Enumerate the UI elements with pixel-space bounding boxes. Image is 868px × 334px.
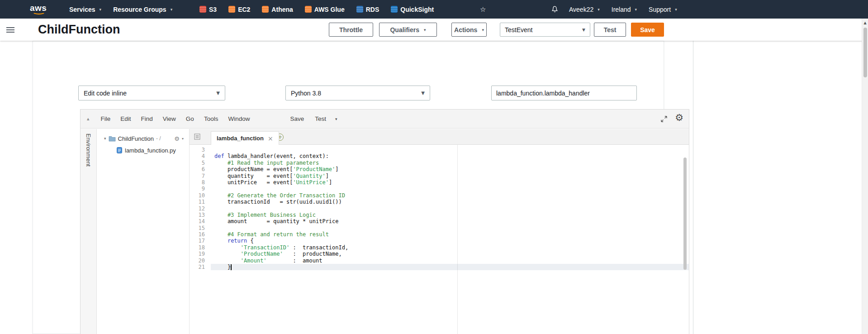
editor-test-button[interactable]: Test (309, 110, 332, 129)
code-token: #3 Implement Business Logic (214, 212, 316, 218)
support-menu[interactable]: Support ▾ (643, 0, 683, 19)
code-line-13[interactable]: #3 Implement Business Logic (211, 212, 689, 218)
code-line-11[interactable]: transactionId = str(uuid.uuid1()) (211, 199, 689, 205)
chevron-down-icon: ▾ (675, 7, 677, 12)
code-token: #1 Read the input parameters (214, 160, 319, 166)
tree-folder-row[interactable]: ▾ ChildFunction - / ⚙ ▾ (97, 134, 189, 143)
aws-glue-icon (305, 6, 312, 13)
code-line-17[interactable]: return { (211, 238, 689, 244)
chevron-down-icon: ▾ (182, 137, 184, 141)
editor-menu-find[interactable]: Find (136, 110, 158, 129)
aws-logo-swoosh (33, 10, 45, 14)
line-number: 13 (190, 212, 211, 218)
pinned-quicksight[interactable]: QuickSight (385, 0, 440, 19)
pinned-rds[interactable]: RDS (351, 0, 385, 19)
editor-menu-tools[interactable]: Tools (199, 110, 223, 129)
tab-close-icon[interactable]: × (268, 135, 273, 142)
runtime-select[interactable]: Python 3.8 ▼ (285, 86, 430, 100)
code-line-21[interactable]: } (211, 264, 689, 270)
editor-menu-window[interactable]: Window (223, 110, 255, 129)
code-line-3[interactable] (211, 147, 689, 153)
nav-right: Aveek22 ▾ Ireland ▾ Support ▾ (546, 0, 683, 19)
code-area[interactable]: 3456789101112131415161718192021 def lamb… (190, 145, 689, 334)
code-line-5[interactable]: #1 Read the input parameters (211, 160, 689, 166)
handler-input[interactable] (491, 86, 637, 100)
pinned-ec2[interactable]: EC2 (223, 0, 256, 19)
aws-logo[interactable]: aws (30, 3, 50, 17)
tree-file-row[interactable]: lambda_function.py (97, 145, 189, 155)
code-line-16[interactable]: #4 Format and return the result (211, 231, 689, 238)
code-line-10[interactable]: #2 Generate the Order Transaction ID (211, 192, 689, 199)
account-menu[interactable]: Aveek22 ▾ (563, 0, 606, 19)
rds-icon (356, 6, 363, 13)
code-line-14[interactable]: amount = quantity * unitPrice (211, 218, 689, 224)
s3-icon (199, 6, 206, 13)
code-line-20[interactable]: 'Amount' : amount (211, 258, 689, 264)
code-lines[interactable]: def lambda_handler(event, context): #1 R… (211, 145, 689, 334)
code-line-19[interactable]: 'ProductName' : productName, (211, 251, 689, 257)
nav-menu-services[interactable]: Services▾ (63, 0, 107, 19)
editor-menu-edit[interactable]: Edit (115, 110, 136, 129)
line-number: 7 (190, 173, 211, 179)
fullscreen-expand-icon[interactable] (660, 115, 668, 124)
test-event-select[interactable]: TestEvent ▼ (500, 23, 590, 37)
editor-menu-file[interactable]: File (96, 110, 116, 129)
browser-scrollbar[interactable]: ▲ (862, 19, 868, 334)
code-token: #4 Format and return the result (214, 231, 329, 238)
code-line-6[interactable]: productName = event['ProductName'] (211, 166, 689, 172)
line-number: 19 (190, 251, 211, 257)
code-line-12[interactable] (211, 205, 689, 212)
editor-menu-go[interactable]: Go (181, 110, 199, 129)
pinned-service-label: AWS Glue (314, 6, 345, 13)
code-line-7[interactable]: quantity = event['Quantity'] (211, 173, 689, 179)
editor-main: lambda_function × + 34567891011121314151… (190, 129, 689, 334)
pinned-aws-glue[interactable]: AWS Glue (299, 0, 351, 19)
collapse-panel-icon[interactable]: ▴ (87, 116, 90, 122)
region-menu[interactable]: Ireland ▾ (606, 0, 643, 19)
code-line-9[interactable] (211, 186, 689, 192)
code-token: transactionId = str(uuid.uuid1()) (214, 199, 342, 205)
editor-menu-view[interactable]: View (158, 110, 181, 129)
scroll-up-button[interactable]: ▲ (862, 19, 868, 25)
actions-button[interactable]: Actions ▾ (451, 23, 487, 37)
throttle-button[interactable]: Throttle (329, 23, 373, 37)
chevron-down-icon: ▾ (635, 7, 637, 12)
tab-lambda-function[interactable]: lambda_function × (211, 131, 279, 145)
nav-menu-resource-groups[interactable]: Resource Groups▾ (107, 0, 178, 19)
code-token: ] (329, 179, 332, 186)
ec2-icon (228, 6, 235, 13)
code-token: : amount (267, 258, 323, 264)
editor-save-button[interactable]: Save (285, 110, 309, 129)
browser-scrollbar-thumb[interactable] (863, 28, 867, 77)
pin-star-icon[interactable]: ☆ (476, 0, 489, 19)
code-line-4[interactable]: def lambda_handler(event, context): (211, 153, 689, 159)
code-line-15[interactable] (211, 225, 689, 231)
editor-settings-gear-icon[interactable]: ⚙ (675, 113, 683, 123)
chevron-down-icon[interactable]: ▾ (332, 117, 341, 121)
code-token: def (214, 153, 224, 159)
code-line-8[interactable]: unitPrice = event['UnitPrice'] (211, 179, 689, 186)
environment-rail[interactable]: Environment (81, 129, 97, 334)
save-button[interactable]: Save (631, 23, 664, 37)
code-token (214, 251, 241, 257)
editor-scrollbar-thumb[interactable] (683, 157, 687, 270)
line-number: 9 (190, 186, 211, 192)
pinned-s3[interactable]: S3 (194, 0, 223, 19)
code-line-18[interactable]: 'TransactionID' : transactionId, (211, 244, 689, 251)
tree-settings-gear-icon[interactable]: ⚙ ▾ (174, 135, 184, 142)
test-button[interactable]: Test (594, 23, 626, 37)
tab-list-icon[interactable] (194, 134, 200, 142)
pinned-athena[interactable]: Athena (256, 0, 299, 19)
environment-label: Environment (85, 134, 92, 334)
code-token: 'UnitPrice' (293, 179, 328, 186)
tree-folder-suffix: - / (156, 135, 161, 142)
support-label: Support (649, 6, 671, 13)
notifications-button[interactable] (546, 0, 563, 19)
qualifiers-button[interactable]: Qualifiers ▾ (379, 23, 437, 37)
code-entry-type-select[interactable]: Edit code inline ▼ (78, 86, 225, 100)
editor-menus: FileEditFindViewGoToolsWindow (96, 110, 255, 129)
tree-expand-caret-icon[interactable]: ▾ (104, 136, 106, 141)
function-code-card: Edit code inline ▼ Python 3.8 ▼ ▴ FileEd… (33, 41, 664, 334)
hamburger-menu-icon[interactable] (6, 26, 15, 33)
code-token: #2 Generate the Order Transaction ID (214, 192, 345, 199)
